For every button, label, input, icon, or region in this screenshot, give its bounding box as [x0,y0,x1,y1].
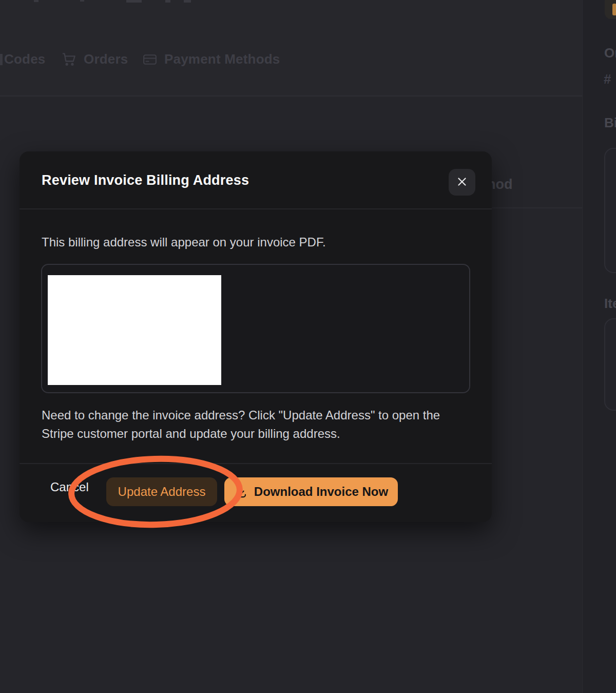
sidebar-order-heading: Or [604,45,616,61]
update-address-button[interactable]: Update Address [106,477,217,506]
redacted-address-block [48,275,221,385]
page-header-strip [0,0,582,95]
screen: Codes Orders Payment Methods ethod Or # … [0,0,616,693]
cut-off-text-fragment [34,0,38,2]
download-invoice-button[interactable]: Download Invoice Now [224,477,398,506]
tab-codes[interactable]: Codes [4,51,45,67]
intro-text: This billing address will appear on your… [42,234,475,251]
modal-header: Review Invoice Billing Address [20,151,492,209]
credit-card-icon [142,52,158,69]
cut-off-text-fragment [184,0,191,3]
tab-payment-methods[interactable]: Payment Methods [164,51,280,67]
cut-off-tab-fragment [0,54,3,65]
header-divider [0,95,582,97]
modal-title: Review Invoice Billing Address [42,172,249,188]
billing-address-preview-box [41,264,470,393]
cut-off-text-fragment [126,0,142,3]
sidebar-items-heading: Ite [604,296,616,312]
sidebar-order-number: # [604,71,611,87]
close-button[interactable] [449,169,475,196]
shopping-cart-icon [61,50,78,70]
tab-orders[interactable]: Orders [84,51,128,67]
modal-footer: Cancel Update Address Download Invoice N… [20,463,492,522]
review-invoice-billing-address-modal: Review Invoice Billing Address This bill… [20,151,492,522]
cancel-button[interactable]: Cancel [50,480,89,494]
close-icon [456,176,468,189]
sidebar-billing-heading: Bil [604,115,616,131]
sidebar-billing-card [604,148,616,273]
update-address-note: Need to change the invoice address? Clic… [42,406,473,443]
cut-off-text-fragment [80,0,84,2]
sidebar-items-card [604,318,616,411]
top-right-partial-button[interactable] [605,0,616,19]
partial-orange-icon [612,4,616,15]
cut-off-text-fragment [165,0,170,3]
download-icon [234,485,248,499]
download-invoice-label: Download Invoice Now [254,485,388,499]
